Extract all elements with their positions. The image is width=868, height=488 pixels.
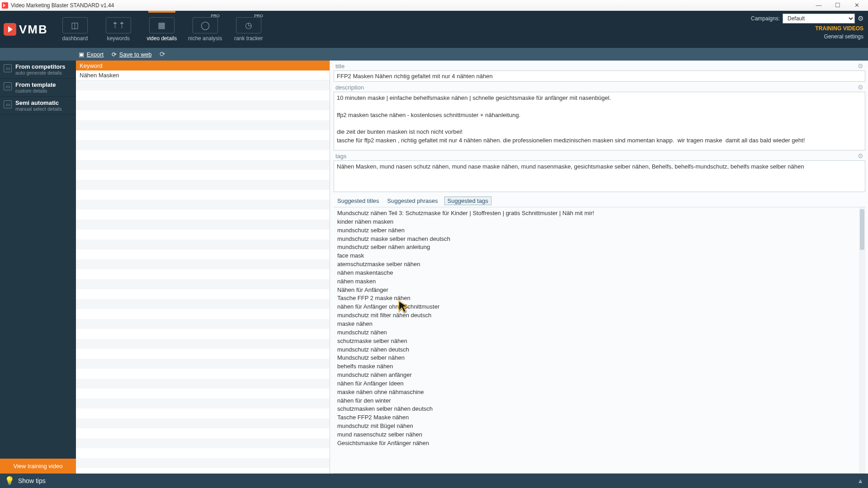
chevron-up-icon[interactable]: ▲	[857, 477, 863, 484]
suggestion-item[interactable]: nähen masken	[337, 277, 862, 286]
suggestion-item[interactable]: Tasche FFP2 Maske nähen	[337, 413, 862, 422]
suggestion-item[interactable]: mundschutz mit filter nähen deutsch	[337, 311, 862, 320]
competitors-icon: ▭	[4, 64, 12, 72]
suggestion-item[interactable]: mund nasenschutz selber nähen	[337, 431, 862, 439]
suggestion-item[interactable]: kinder nähen masken	[337, 218, 862, 226]
suggestion-item[interactable]: mundschutz nähen deutsch	[337, 346, 862, 354]
tab-suggested-titles[interactable]: Suggested titles	[335, 197, 381, 205]
main-area: ▭ From competitors auto generate details…	[0, 61, 868, 474]
keyword-rows[interactable]: Nähen Masken	[76, 70, 330, 474]
suggestion-item[interactable]: schutzmasken selber nähen deutsch	[337, 405, 862, 413]
semi-auto-icon: ▭	[4, 100, 12, 108]
pro-badge: PRO	[254, 14, 263, 18]
nav-dashboard-label: dashboard	[62, 35, 88, 42]
export-icon: ▣	[79, 51, 84, 58]
suggestions-list[interactable]: Mundschutz nähen Teil 3: Schutzmaske für…	[334, 207, 865, 474]
desc-label-row: description ⚙	[334, 82, 865, 92]
campaigns-select[interactable]: Default	[783, 14, 855, 23]
description-label: description	[335, 84, 364, 91]
nav-niche-analysis-label: niche analysis	[188, 35, 222, 42]
suggestion-item[interactable]: nähen für Anfänger ohne Schnittmuster	[337, 303, 862, 311]
leftrail-semi-automatic[interactable]: ▭ Semi automatic manual select details	[0, 97, 76, 115]
tab-suggested-phrases[interactable]: Suggested phrases	[386, 197, 440, 205]
suggestion-item[interactable]: mundschutz mit Bügel nähen	[337, 422, 862, 431]
save-icon: ⟳	[112, 51, 117, 58]
description-settings-icon[interactable]: ⚙	[858, 84, 863, 91]
suggestions-scrollbar[interactable]	[859, 207, 865, 473]
window-titlebar: Video Marketing Blaster STANDARD v1.44 —…	[0, 0, 868, 11]
keyword-row[interactable]: Nähen Masken	[76, 70, 330, 80]
nav-video-details[interactable]: ▦ video details	[140, 11, 184, 48]
export-link[interactable]: Export	[87, 51, 104, 58]
export-group[interactable]: ▣ Export	[79, 51, 104, 58]
title-label-row: title ⚙	[334, 61, 865, 70]
suggestion-item[interactable]: nähen für Anfänger Ideen	[337, 380, 862, 388]
suggestion-tabs: Suggested titles Suggested phrases Sugge…	[335, 197, 863, 205]
tab-suggested-tags[interactable]: Suggested tags	[444, 197, 491, 205]
suggestion-item[interactable]: face mask	[337, 252, 862, 260]
nav-dashboard[interactable]: ◫ dashboard	[53, 11, 97, 48]
leftrail-sub: auto generate details	[15, 70, 66, 75]
logo-play-icon	[4, 23, 16, 36]
suggestion-item[interactable]: mundschutz nähen anfänger	[337, 371, 862, 380]
description-textarea[interactable]	[334, 92, 865, 150]
show-tips-button[interactable]: Show tips	[18, 477, 46, 484]
general-settings-link[interactable]: General settings	[824, 33, 863, 40]
suggestion-item[interactable]: mundschutz maske selber machen deutsch	[337, 235, 862, 244]
top-right-controls: Campaigns: Default ⚙ TRAINING VIDEOS Gen…	[751, 11, 868, 48]
suggestion-item[interactable]: Mundschutz nähen Teil 3: Schutzmaske für…	[337, 209, 862, 218]
suggestion-item[interactable]: Mundschutz selber nähen	[337, 354, 862, 362]
suggestion-item[interactable]: maske nähen ohne nähmaschine	[337, 388, 862, 397]
suggestion-item[interactable]: mundschutz nähen	[337, 328, 862, 337]
title-settings-icon[interactable]: ⚙	[858, 62, 863, 70]
app-icon	[2, 2, 8, 9]
title-input[interactable]	[334, 70, 865, 82]
suggestion-item[interactable]: Gesichtsmaske für Anfänger nähen	[337, 439, 862, 448]
suggestion-item[interactable]: nähen maskentasche	[337, 269, 862, 277]
niche-analysis-icon: ◯	[193, 17, 218, 33]
suggestion-item[interactable]: Nähen für Anfänger	[337, 286, 862, 295]
close-button[interactable]: ✕	[847, 0, 866, 10]
top-toolbar: VMB ◫ dashboard ⇡⇡ keywords ▦ video deta…	[0, 11, 868, 48]
left-rail: ▭ From competitors auto generate details…	[0, 61, 76, 474]
sub-toolbar: ▣ Export ⟳ Save to web ⟳	[0, 48, 868, 61]
video-details-icon: ▦	[149, 17, 175, 33]
nav-keywords-label: keywords	[107, 35, 130, 42]
suggestion-item[interactable]: atemschutzmaske selber nähen	[337, 260, 862, 269]
leftrail-from-competitors[interactable]: ▭ From competitors auto generate details	[0, 61, 76, 79]
suggestion-item[interactable]: Tasche FFP 2 maske nähen	[337, 294, 862, 303]
campaigns-settings-icon[interactable]: ⚙	[858, 14, 863, 23]
suggestion-item[interactable]: mundschutz selber nähen anleitung	[337, 243, 862, 252]
view-training-video-button[interactable]: View training video	[0, 459, 76, 474]
nav-niche-analysis[interactable]: PRO ◯ niche analysis	[184, 11, 227, 48]
minimize-button[interactable]: —	[809, 0, 828, 10]
leftrail-title: Semi automatic	[15, 99, 62, 106]
nav-video-details-label: video details	[146, 35, 177, 42]
nav-rank-tracker[interactable]: PRO ◷ rank tracker	[227, 11, 270, 48]
suggestion-item[interactable]: mundschutz selber nähen	[337, 226, 862, 235]
save-to-web-link[interactable]: Save to web	[119, 51, 152, 58]
maximize-button[interactable]: ☐	[828, 0, 847, 10]
keyword-header: Keyword	[76, 61, 330, 70]
suggestion-item[interactable]: nähen für den winter	[337, 397, 862, 405]
dashboard-icon: ◫	[62, 17, 88, 33]
logo-text: VMB	[19, 23, 48, 37]
nav-keywords[interactable]: ⇡⇡ keywords	[97, 11, 140, 48]
suggestion-item[interactable]: behelfs maske nähen	[337, 362, 862, 371]
bottom-bar: 💡 Show tips ▲	[0, 474, 868, 488]
keywords-icon: ⇡⇡	[106, 17, 131, 33]
scrollbar-thumb[interactable]	[860, 209, 864, 250]
tags-settings-icon[interactable]: ⚙	[858, 152, 863, 160]
training-videos-link[interactable]: TRAINING VIDEOS	[815, 25, 863, 32]
leftrail-title: From competitors	[15, 63, 66, 70]
save-group[interactable]: ⟳ Save to web	[112, 51, 151, 58]
leftrail-from-template[interactable]: ▭ From template custom details	[0, 79, 76, 97]
tags-textarea[interactable]	[334, 160, 865, 192]
suggestion-item[interactable]: schutzmaske selber nähen	[337, 337, 862, 346]
spinner-icon: ⟳	[160, 50, 165, 58]
suggestion-item[interactable]: maske nähen	[337, 320, 862, 328]
rank-tracker-icon: ◷	[236, 17, 261, 33]
leftrail-sub: manual select details	[15, 106, 62, 112]
pro-badge: PRO	[211, 14, 220, 18]
leftrail-sub: custom details	[15, 88, 56, 94]
